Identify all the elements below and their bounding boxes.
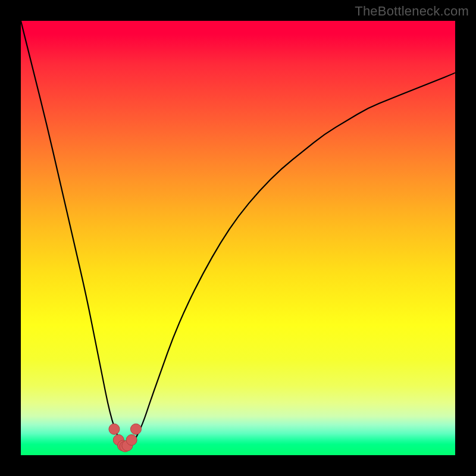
minimum-marker — [130, 424, 141, 434]
minimum-marker — [126, 434, 137, 445]
curve-svg — [21, 21, 455, 455]
minimum-marker — [109, 424, 120, 434]
chart-frame: TheBottleneck.com — [0, 0, 476, 476]
bottleneck-curve — [21, 21, 455, 446]
attribution-text: TheBottleneck.com — [355, 4, 469, 19]
plot-area — [21, 21, 455, 455]
minimum-markers — [109, 424, 142, 452]
